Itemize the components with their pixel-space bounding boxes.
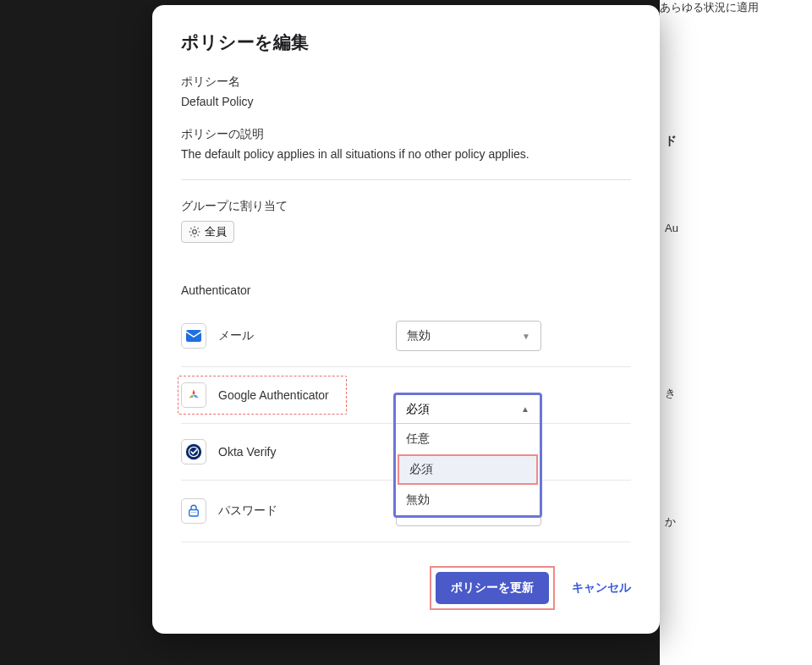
chip-label: 全員 bbox=[205, 224, 227, 239]
chevron-down-icon: ▼ bbox=[522, 332, 530, 341]
policy-name-label: ポリシー名 bbox=[181, 74, 631, 90]
policy-desc-value: The default policy applies in all situat… bbox=[181, 147, 631, 161]
authenticator-section-label: Authenticator bbox=[181, 283, 631, 297]
google-authenticator-icon bbox=[181, 382, 206, 408]
edit-policy-modal: ポリシーを編集 ポリシー名 Default Policy ポリシーの説明 The… bbox=[152, 5, 660, 634]
modal-title: ポリシーを編集 bbox=[181, 30, 631, 54]
okta-verify-icon bbox=[181, 439, 206, 464]
mail-status-select[interactable]: 無効 ▼ bbox=[396, 321, 541, 351]
authenticator-name: メール bbox=[218, 328, 396, 343]
authenticator-row-google: Google Authenticator 必須 ▲ 任意 必須 無効 bbox=[181, 367, 631, 424]
group-chip-everyone[interactable]: 全員 bbox=[181, 221, 234, 243]
select-value: 無効 bbox=[407, 328, 431, 343]
svg-line-8 bbox=[198, 228, 199, 228]
authenticator-name: Okta Verify bbox=[218, 445, 396, 459]
dropdown-selected-head[interactable]: 必須 ▲ bbox=[396, 395, 540, 424]
group-assign-label: グループに割り当て bbox=[181, 199, 631, 214]
gear-icon bbox=[189, 226, 200, 238]
svg-line-6 bbox=[198, 235, 199, 236]
select-value: 必須 bbox=[406, 402, 430, 417]
policy-desc-block: ポリシーの説明 The default policy applies in al… bbox=[181, 127, 631, 161]
bg-text: Au bbox=[665, 222, 678, 234]
authenticator-name: Google Authenticator bbox=[218, 388, 396, 402]
dropdown-option-required[interactable]: 必須 bbox=[398, 454, 538, 485]
background-page: あらゆる状況に適用 ド Au き か bbox=[660, 0, 812, 665]
chevron-up-icon: ▲ bbox=[521, 404, 529, 414]
authenticator-row-mail: メール 無効 ▼ bbox=[181, 305, 631, 367]
google-status-dropdown: 必須 ▲ 任意 必須 無効 bbox=[393, 393, 542, 518]
authenticator-name: パスワード bbox=[218, 503, 396, 519]
svg-line-7 bbox=[190, 235, 191, 236]
policy-desc-label: ポリシーの説明 bbox=[181, 127, 631, 142]
cancel-button[interactable]: キャンセル bbox=[572, 580, 631, 596]
policy-name-block: ポリシー名 Default Policy bbox=[181, 74, 631, 108]
svg-point-0 bbox=[193, 230, 197, 234]
svg-text:****: **** bbox=[191, 512, 196, 515]
bg-text: ド bbox=[665, 134, 677, 149]
policy-name-value: Default Policy bbox=[181, 95, 631, 108]
bg-text: き bbox=[665, 386, 676, 401]
dropdown-option-disabled[interactable]: 無効 bbox=[396, 485, 540, 515]
svg-line-5 bbox=[190, 228, 191, 228]
bg-text: あらゆる状況に適用 bbox=[660, 0, 759, 15]
mail-icon bbox=[181, 323, 206, 349]
highlight-annotation: ポリシーを更新 bbox=[430, 566, 555, 610]
password-icon: **** bbox=[181, 498, 206, 524]
dropdown-option-optional[interactable]: 任意 bbox=[396, 424, 540, 454]
svg-rect-9 bbox=[186, 330, 201, 342]
bg-text: か bbox=[665, 514, 676, 530]
modal-footer: ポリシーを更新 キャンセル bbox=[181, 566, 631, 610]
update-policy-button[interactable]: ポリシーを更新 bbox=[436, 572, 549, 604]
divider bbox=[181, 179, 631, 180]
